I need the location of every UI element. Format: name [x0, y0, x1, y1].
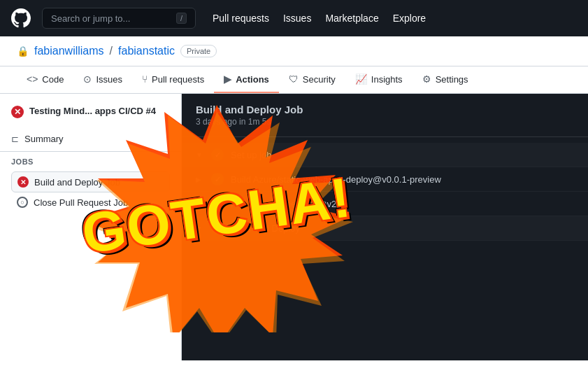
chevron-right-icon-2: ▶: [196, 200, 204, 208]
job-build-deploy[interactable]: ✕ Build and Deploy Job: [11, 171, 170, 192]
panel-subtitle: 3 days ago in 1m 5s: [196, 117, 303, 127]
tab-settings[interactable]: ⚙ Settings: [413, 66, 478, 93]
panel-title: Build and Deploy Job: [196, 104, 303, 115]
nav-marketplace[interactable]: Marketplace: [325, 13, 378, 24]
tab-issues[interactable]: ⊙ Issues: [73, 66, 132, 93]
workflow-title: ✕ Testing Mind... apps CI/CD #4: [0, 105, 181, 127]
step-success-icon-2: ✓: [211, 173, 224, 185]
summary-row[interactable]: ⊏ Summary: [0, 127, 181, 152]
jobs-section: Jobs ✕ Build and Deploy Job ○ Close Pull…: [0, 152, 181, 215]
step-build-azure-label: Build Azure/static-web-apps-deploy@v0.0.…: [231, 174, 441, 185]
chevron-right-icon: ▶: [196, 176, 204, 183]
search-box[interactable]: Search or jump to... /: [42, 8, 196, 29]
nav-explore[interactable]: Explore: [393, 13, 426, 24]
main-content: ✕ Testing Mind... apps CI/CD #4 ⊏ Summar…: [0, 94, 588, 360]
insights-icon: 📈: [355, 73, 367, 85]
job-close-pr-label: Close Pull Request Job: [34, 197, 128, 208]
nav-issues[interactable]: Issues: [283, 13, 311, 24]
summary-label: Summary: [24, 134, 64, 144]
actions-icon: ▶: [224, 73, 231, 85]
step-build-deploy[interactable]: ▼ ✕ Build And Deploy: [182, 216, 588, 241]
repo-tabs: <> Code ⊙ Issues ⑂ Pull requests ▶ Actio…: [0, 66, 588, 94]
tab-insights[interactable]: 📈 Insights: [345, 66, 413, 93]
path-separator: /: [110, 45, 113, 57]
tab-actions[interactable]: ▶ Actions: [214, 66, 279, 93]
lock-icon: 🔒: [17, 45, 29, 57]
job-neutral-icon: ○: [17, 197, 28, 208]
top-navigation: Search or jump to... / Pull requests Iss…: [0, 0, 588, 36]
search-placeholder: Search or jump to...: [51, 13, 130, 24]
step-success-icon: ✓: [211, 148, 224, 161]
issues-icon: ⊙: [83, 73, 92, 85]
panel-header: Build and Deploy Job 3 days ago in 1m 5s: [182, 94, 588, 137]
workflow-name: Testing Mind... apps CI/CD #4: [29, 105, 156, 118]
step-fail-icon: ✕: [211, 222, 224, 234]
github-logo[interactable]: [11, 8, 31, 28]
step-setup-label: Set up job: [231, 150, 272, 160]
step-build-deploy-label: Build And Deploy: [231, 223, 300, 234]
summary-icon: ⊏: [11, 134, 19, 144]
step-checkout[interactable]: ▶ ✓ Run actions/checkout@v2: [182, 192, 588, 216]
nav-pull-requests[interactable]: Pull requests: [213, 13, 269, 24]
sidebar: ✕ Testing Mind... apps CI/CD #4 ⊏ Summar…: [0, 94, 182, 360]
tab-security[interactable]: 🛡 Security: [279, 66, 345, 93]
code-icon: <>: [27, 73, 38, 85]
step-setup-job[interactable]: ▼ ✓ Set up job: [182, 143, 588, 167]
nav-links: Pull requests Issues Marketplace Explore: [213, 13, 426, 24]
tab-code[interactable]: <> Code: [17, 66, 73, 93]
right-panel: Build and Deploy Job 3 days ago in 1m 5s…: [182, 94, 588, 360]
pr-icon: ⑂: [142, 73, 148, 85]
job-close-pr[interactable]: ○ Close Pull Request Job: [11, 192, 170, 212]
slash-badge: /: [176, 13, 187, 24]
chevron-down-icon-2: ▼: [196, 225, 204, 232]
chevron-down-icon: ▼: [196, 151, 204, 159]
repo-owner[interactable]: fabianwilliams: [34, 45, 104, 57]
visibility-badge: Private: [180, 45, 217, 57]
step-build-azure[interactable]: ▶ ✓ Build Azure/static-web-apps-deploy@v…: [182, 167, 588, 192]
settings-icon: ⚙: [422, 73, 431, 85]
job-build-deploy-label: Build and Deploy Job: [34, 177, 120, 188]
repo-name[interactable]: fabianstatic: [118, 45, 175, 57]
tab-pull-requests[interactable]: ⑂ Pull requests: [132, 66, 214, 93]
workflow-status-icon: ✕: [11, 106, 24, 118]
repo-header: 🔒 fabianwilliams / fabianstatic Private: [0, 36, 588, 66]
jobs-label: Jobs: [11, 157, 170, 166]
job-fail-icon: ✕: [17, 176, 29, 188]
step-list: ▼ ✓ Set up job ▶ ✓ Build Azure/static-we…: [182, 137, 588, 246]
security-icon: 🛡: [289, 73, 299, 85]
step-checkout-label: Run actions/checkout@v2: [231, 199, 336, 209]
step-success-icon-3: ✓: [211, 197, 224, 210]
